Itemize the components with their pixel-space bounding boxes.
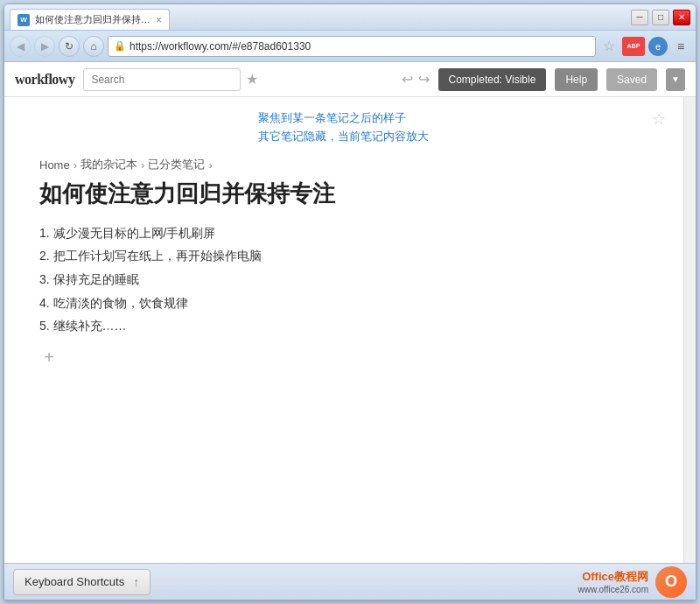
browser-tab[interactable]: W 如何使注意力回归并保持… × bbox=[10, 9, 170, 30]
title-bar: W 如何使注意力回归并保持… × ─ □ ✕ bbox=[4, 4, 696, 31]
office-text: Office教程网 www.office26.com bbox=[578, 569, 648, 594]
breadcrumb-notebook[interactable]: 我的杂记本 bbox=[80, 157, 137, 172]
toolbar-arrows: ↩ ↪ bbox=[402, 71, 430, 88]
list-item-text: 4. 吃清淡的食物，饮食规律 bbox=[39, 291, 188, 315]
close-button[interactable]: ✕ bbox=[673, 10, 690, 25]
office-line2: www.office26.com bbox=[578, 585, 648, 594]
window-controls: ─ □ ✕ bbox=[631, 10, 690, 25]
bookmark-star-button[interactable]: ☆ bbox=[599, 37, 619, 56]
list-item-text: 5. 继续补充…… bbox=[39, 314, 127, 338]
list-item[interactable]: 1. 减少漫无目标的上网/手机刷屏 bbox=[39, 221, 648, 245]
forward-button[interactable]: ▶ bbox=[34, 36, 55, 57]
completed-button[interactable]: Completed: Visible bbox=[438, 68, 547, 91]
office-badge: Office教程网 www.office26.com O bbox=[578, 566, 687, 598]
bottom-bar: Keyboard Shortcuts ↑ Office教程网 www.offic… bbox=[4, 563, 696, 600]
list-item-text: 3. 保持充足的睡眠 bbox=[39, 268, 139, 291]
breadcrumb-sep-1: › bbox=[74, 158, 77, 172]
breadcrumb: Home › 我的杂记本 › 已分类笔记 › bbox=[39, 157, 648, 172]
annotation-line1: 聚焦到某一条笔记之后的样子 bbox=[258, 109, 640, 128]
annotation-box: 聚焦到某一条笔记之后的样子 其它笔记隐藏，当前笔记内容放大 bbox=[258, 109, 640, 146]
list-item-text: 2. 把工作计划写在纸上，再开始操作电脑 bbox=[39, 244, 262, 268]
tab-close-button[interactable]: × bbox=[156, 15, 162, 25]
back-button[interactable]: ◀ bbox=[10, 36, 31, 57]
address-bar: ◀ ▶ ↻ ⌂ 🔒 https://workflowy.com/#/e878ad… bbox=[4, 31, 696, 62]
minimize-button[interactable]: ─ bbox=[631, 10, 648, 25]
lock-icon: 🔒 bbox=[114, 40, 126, 52]
reload-button[interactable]: ↻ bbox=[59, 36, 80, 57]
browser-menu-button[interactable]: ≡ bbox=[671, 37, 690, 56]
list-item[interactable]: 5. 继续补充…… bbox=[39, 314, 648, 338]
home-button[interactable]: ⌂ bbox=[83, 36, 104, 57]
search-star-icon[interactable]: ★ bbox=[246, 71, 258, 88]
scrollbar-track[interactable] bbox=[683, 97, 696, 563]
adblock-button[interactable] bbox=[622, 37, 645, 56]
breadcrumb-category[interactable]: 已分类笔记 bbox=[148, 157, 205, 172]
keyboard-arrow-icon: ↑ bbox=[133, 575, 139, 589]
tab-area: W 如何使注意力回归并保持… × bbox=[10, 4, 631, 30]
main-content: 聚焦到某一条笔记之后的样子 其它笔记隐藏，当前笔记内容放大 ☆ Home › 我… bbox=[4, 97, 696, 563]
list-item[interactable]: 3. 保持充足的睡眠 bbox=[39, 268, 648, 291]
content-star-icon[interactable]: ☆ bbox=[652, 109, 666, 129]
app-toolbar: workflowy ★ ↩ ↪ Completed: Visible Help … bbox=[4, 62, 696, 97]
breadcrumb-home[interactable]: Home bbox=[39, 158, 70, 172]
tab-title: 如何使注意力回归并保持… bbox=[35, 13, 150, 26]
note-items: 1. 减少漫无目标的上网/手机刷屏 2. 把工作计划写在纸上，再开始操作电脑 3… bbox=[39, 221, 648, 338]
search-input[interactable] bbox=[83, 68, 241, 91]
breadcrumb-sep-2: › bbox=[141, 158, 144, 172]
keyboard-shortcuts-label: Keyboard Shortcuts bbox=[24, 575, 124, 588]
url-box[interactable]: 🔒 https://workflowy.com/#/e878ad601330 bbox=[108, 36, 596, 57]
help-button[interactable]: Help bbox=[555, 68, 598, 91]
office-icon: O bbox=[655, 566, 687, 598]
saved-dropdown-button[interactable]: ▼ bbox=[666, 68, 685, 91]
tab-favicon-icon: W bbox=[18, 14, 30, 26]
keyboard-shortcuts-button[interactable]: Keyboard Shortcuts ↑ bbox=[13, 569, 150, 595]
note-title[interactable]: 如何使注意力回归并保持专注 bbox=[39, 179, 648, 209]
add-item-button[interactable]: + bbox=[39, 348, 59, 368]
content-area: 聚焦到某一条笔记之后的样子 其它笔记隐藏，当前笔记内容放大 ☆ Home › 我… bbox=[4, 97, 683, 563]
list-item[interactable]: 2. 把工作计划写在纸上，再开始操作电脑 bbox=[39, 244, 648, 268]
maximize-button[interactable]: □ bbox=[652, 10, 669, 25]
redo-button[interactable]: ↪ bbox=[418, 71, 430, 88]
office-line1: Office教程网 bbox=[582, 569, 648, 585]
undo-button[interactable]: ↩ bbox=[402, 71, 413, 88]
browser-icon[interactable]: e bbox=[648, 37, 668, 56]
app-logo: workflowy bbox=[15, 72, 74, 88]
url-text: https://workflowy.com/#/e878ad601330 bbox=[130, 40, 311, 53]
breadcrumb-sep-3: › bbox=[208, 158, 212, 172]
list-item-text: 1. 减少漫无目标的上网/手机刷屏 bbox=[39, 221, 215, 245]
saved-button[interactable]: Saved bbox=[606, 68, 657, 91]
annotation-line2: 其它笔记隐藏，当前笔记内容放大 bbox=[258, 128, 640, 146]
list-item[interactable]: 4. 吃清淡的食物，饮食规律 bbox=[39, 291, 648, 315]
